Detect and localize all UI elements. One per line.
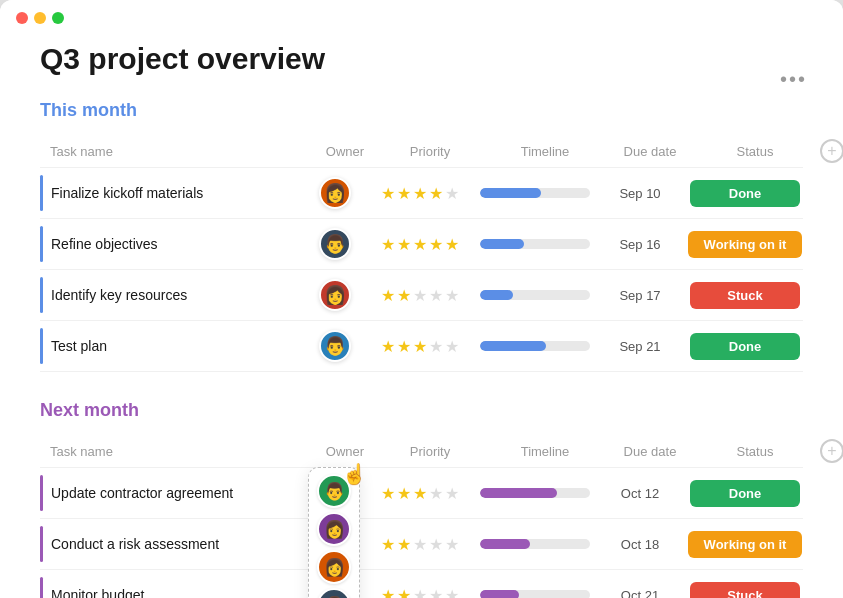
task-name: Monitor budget: [51, 587, 144, 598]
task-name: Finalize kickoff materials: [51, 185, 203, 201]
cursor-icon: ☝: [342, 462, 367, 486]
table-row: Update contractor agreement 👨★★★★★ Oct 1…: [40, 467, 803, 519]
task-name: Conduct a risk assessment: [51, 536, 219, 552]
status-badge[interactable]: Done: [690, 333, 800, 360]
add-column-button[interactable]: +: [820, 139, 843, 163]
task-name-cell: Identify key resources: [40, 277, 300, 313]
due-date: Sep 10: [600, 186, 680, 201]
star-icon: ★: [445, 286, 459, 305]
header-col-3: Timeline: [480, 444, 610, 459]
star-icon: ★: [429, 235, 443, 254]
table-row: Monitor budget 👩★★★★★ Oct 21Stuck: [40, 570, 803, 598]
star-icon: ★: [397, 586, 411, 599]
star-icon: ★: [429, 337, 443, 356]
minimize-button[interactable]: [34, 12, 46, 24]
status-badge[interactable]: Stuck: [690, 282, 800, 309]
due-date: Oct 12: [600, 486, 680, 501]
popup-avatar: 👨: [317, 588, 351, 598]
status-badge[interactable]: Done: [690, 480, 800, 507]
star-icon: ★: [413, 286, 427, 305]
task-name-cell: Update contractor agreement: [40, 475, 300, 511]
star-icon: ★: [445, 337, 459, 356]
timeline-fill: [480, 590, 519, 598]
task-name: Refine objectives: [51, 236, 158, 252]
task-accent: [40, 226, 43, 262]
avatar: 👩: [319, 279, 351, 311]
status-cell: Done: [680, 480, 810, 507]
timeline-fill: [480, 539, 530, 549]
status-badge[interactable]: Working on it: [688, 531, 803, 558]
header-col-4: Due date: [610, 444, 690, 459]
status-badge[interactable]: Working on it: [688, 231, 803, 258]
star-icon: ★: [445, 184, 459, 203]
section-title-this-month: This month: [40, 100, 137, 121]
due-date: Sep 17: [600, 288, 680, 303]
timeline-fill: [480, 239, 524, 249]
task-rows: Update contractor agreement 👨★★★★★ Oct 1…: [40, 467, 803, 598]
star-icon: ★: [429, 184, 443, 203]
task-accent: [40, 526, 43, 562]
star-icon: ★: [381, 235, 395, 254]
add-column-button[interactable]: +: [820, 439, 843, 463]
header-col-5: Status: [690, 144, 820, 159]
owner-cell: 👩: [300, 177, 370, 209]
popup-avatar: 👩: [317, 512, 351, 546]
timeline-cell: [470, 341, 600, 351]
timeline-bar: [480, 239, 590, 249]
table-row: Test plan 👨★★★★★ Sep 21Done: [40, 321, 803, 372]
section-title-next-month: Next month: [40, 400, 139, 421]
status-badge[interactable]: Done: [690, 180, 800, 207]
app-window: Q3 project overview ••• This monthTask n…: [0, 0, 843, 598]
status-cell: Stuck: [680, 282, 810, 309]
header-col-3: Timeline: [480, 144, 610, 159]
star-icon: ★: [413, 586, 427, 599]
status-badge[interactable]: Stuck: [690, 582, 800, 599]
star-icon: ★: [429, 535, 443, 554]
task-accent: [40, 328, 43, 364]
task-name-cell: Test plan: [40, 328, 300, 364]
star-icon: ★: [381, 337, 395, 356]
titlebar: [0, 0, 843, 32]
timeline-cell: [470, 590, 600, 598]
owner-cell: 👩: [300, 279, 370, 311]
timeline-cell: [470, 188, 600, 198]
task-name-cell: Refine objectives: [40, 226, 300, 262]
star-icon: ★: [381, 535, 395, 554]
task-name-cell: Finalize kickoff materials: [40, 175, 300, 211]
header-col-1: Owner: [310, 444, 380, 459]
star-icon: ★: [429, 484, 443, 503]
header-col-0: Task name: [50, 444, 310, 459]
timeline-bar: [480, 290, 590, 300]
task-name: Update contractor agreement: [51, 485, 233, 501]
priority-cell: ★★★★★: [370, 235, 470, 254]
sections-container: This monthTask nameOwnerPriorityTimeline…: [40, 100, 803, 598]
star-icon: ★: [429, 286, 443, 305]
star-icon: ★: [397, 337, 411, 356]
section-next-month: Next monthTask nameOwnerPriorityTimeline…: [40, 400, 803, 598]
task-name: Test plan: [51, 338, 107, 354]
task-name-cell: Conduct a risk assessment: [40, 526, 300, 562]
star-icon: ★: [397, 286, 411, 305]
star-icon: ★: [413, 535, 427, 554]
star-icon: ★: [445, 535, 459, 554]
table-header: Task nameOwnerPriorityTimelineDue dateSt…: [40, 439, 803, 467]
star-icon: ★: [397, 535, 411, 554]
timeline-bar: [480, 488, 590, 498]
section-this-month: This monthTask nameOwnerPriorityTimeline…: [40, 100, 803, 372]
timeline-fill: [480, 341, 546, 351]
more-options-button[interactable]: •••: [780, 68, 807, 91]
maximize-button[interactable]: [52, 12, 64, 24]
owner-cell: 👨: [300, 228, 370, 260]
header-col-4: Due date: [610, 144, 690, 159]
timeline-bar: [480, 590, 590, 598]
timeline-cell: [470, 239, 600, 249]
star-icon: ★: [397, 235, 411, 254]
star-icon: ★: [381, 586, 395, 599]
status-cell: Working on it: [680, 231, 810, 258]
status-cell: Done: [680, 180, 810, 207]
header-col-2: Priority: [380, 144, 480, 159]
close-button[interactable]: [16, 12, 28, 24]
due-date: Sep 21: [600, 339, 680, 354]
header-col-0: Task name: [50, 144, 310, 159]
page-title: Q3 project overview: [40, 42, 803, 76]
